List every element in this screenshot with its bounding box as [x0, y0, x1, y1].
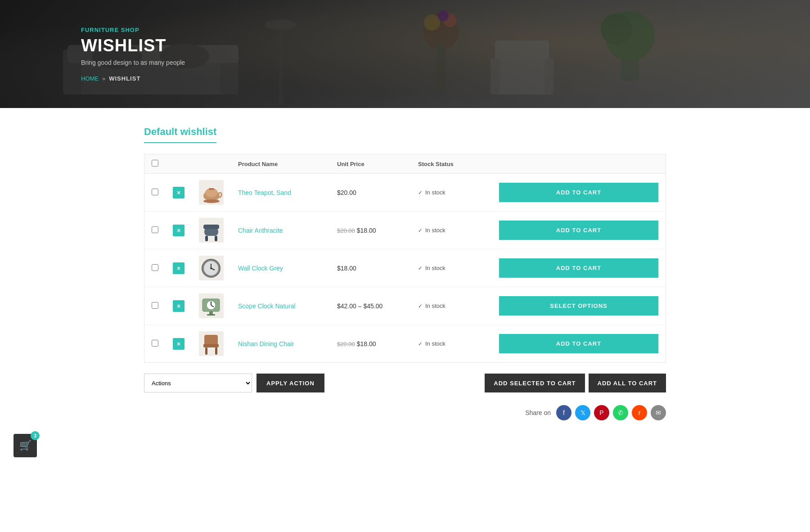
hero-section: FURNITURE SHOP WISHLIST Bring good desig… [0, 0, 810, 108]
product-link-5[interactable]: Nishan Dining Chair [238, 340, 294, 347]
svg-rect-40 [205, 347, 207, 355]
remove-item-button-1[interactable]: × [173, 187, 184, 198]
row-remove-cell: × [166, 325, 192, 363]
stock-status-1: ✓ In stock [418, 189, 485, 196]
add-to-cart-button-3[interactable]: ADD TO CART [499, 258, 658, 278]
hero-subtitle: Bring good design to as many people [81, 59, 185, 66]
remove-item-button-4[interactable]: × [173, 300, 184, 312]
select-options-button-4[interactable]: SELECT OPTIONS [499, 296, 658, 316]
add-to-cart-button-2[interactable]: ADD TO CART [499, 221, 658, 240]
price-regular: $20.00 [337, 189, 356, 196]
row-image-cell [192, 325, 231, 363]
share-reddit-button[interactable]: r [632, 405, 647, 420]
bottom-actions: Actions Move to another wishlist Remove … [144, 374, 666, 392]
checkmark-icon: ✓ [418, 189, 423, 196]
select-all-checkbox[interactable] [152, 160, 158, 167]
apply-action-button[interactable]: APPLY ACTION [256, 374, 324, 392]
remove-item-button-3[interactable]: × [173, 262, 184, 274]
actions-dropdown[interactable]: Actions Move to another wishlist Remove … [144, 374, 252, 392]
svg-rect-21 [209, 188, 214, 190]
add-all-to-cart-button[interactable]: ADD ALL TO CART [589, 374, 666, 392]
product-image-3 [199, 256, 224, 280]
row-checkbox-5[interactable] [152, 340, 158, 347]
header-checkbox-col [144, 154, 166, 174]
row-price-cell: $42.00 – $45.00 [330, 287, 411, 325]
share-twitter-button[interactable]: 𝕏 [575, 405, 590, 420]
twitter-icon: 𝕏 [580, 409, 585, 416]
svg-rect-24 [203, 225, 219, 229]
cart-count-badge: 3 [31, 431, 40, 440]
reddit-icon: r [639, 409, 641, 416]
row-checkbox-4[interactable] [152, 302, 158, 309]
svg-point-31 [210, 267, 212, 269]
row-image-cell [192, 287, 231, 325]
row-checkbox-1[interactable] [152, 189, 158, 195]
product-link-1[interactable]: Theo Teapot, Sand [238, 189, 291, 196]
price-old: $20.00 [337, 227, 355, 234]
cart-badge[interactable]: 🛒 3 [14, 434, 37, 457]
breadcrumb: HOME » WISHLIST [81, 75, 185, 82]
table-row: × Nishan Dining Chair $20.00$18.00 ✓ In … [144, 325, 666, 363]
svg-rect-25 [205, 236, 208, 241]
product-link-2[interactable]: Chair Anthracite [238, 227, 283, 234]
price-range: $42.00 – $45.00 [337, 302, 382, 310]
row-action-cell: ADD TO CART [492, 325, 666, 363]
row-image-cell [192, 174, 231, 212]
product-link-3[interactable]: Wall Clock Grey [238, 265, 283, 272]
svg-rect-41 [215, 347, 217, 355]
row-checkbox-3[interactable] [152, 264, 158, 271]
stock-status-3: ✓ In stock [418, 265, 485, 271]
stock-status-4: ✓ In stock [418, 302, 485, 309]
email-icon: ✉ [656, 409, 661, 416]
remove-item-button-5[interactable]: × [173, 338, 184, 350]
bottom-left-actions: Actions Move to another wishlist Remove … [144, 374, 324, 392]
row-checkbox-cell [144, 174, 166, 212]
pinterest-icon: P [599, 409, 603, 416]
header-action-col [492, 154, 666, 174]
row-image-cell [192, 249, 231, 287]
breadcrumb-separator: » [102, 75, 105, 82]
row-checkbox-cell [144, 287, 166, 325]
product-image-5 [199, 331, 224, 356]
whatsapp-icon: ✆ [618, 409, 623, 416]
share-whatsapp-button[interactable]: ✆ [613, 405, 628, 420]
hero-content: FURNITURE SHOP WISHLIST Bring good desig… [0, 27, 266, 82]
row-name-cell: Nishan Dining Chair [231, 325, 330, 363]
row-price-cell: $18.00 [330, 249, 411, 287]
row-checkbox-cell [144, 212, 166, 249]
header-remove-col [166, 154, 192, 174]
row-action-cell: ADD TO CART [492, 174, 666, 212]
row-checkbox-cell [144, 249, 166, 287]
breadcrumb-home-link[interactable]: HOME [81, 75, 99, 82]
product-image-1 [199, 180, 224, 205]
product-image-2 [199, 218, 224, 243]
row-name-cell: Scope Clock Natural [231, 287, 330, 325]
row-stock-cell: ✓ In stock [411, 325, 492, 363]
svg-rect-26 [215, 236, 217, 241]
price-old: $20.00 [337, 341, 355, 347]
share-pinterest-button[interactable]: P [594, 405, 609, 420]
checkmark-icon: ✓ [418, 341, 423, 347]
price-regular: $18.00 [337, 265, 356, 272]
checkmark-icon: ✓ [418, 265, 423, 271]
row-checkbox-2[interactable] [152, 226, 158, 233]
remove-item-button-2[interactable]: × [173, 225, 184, 236]
svg-rect-39 [203, 344, 219, 347]
add-to-cart-button-1[interactable]: ADD TO CART [499, 183, 658, 202]
add-selected-to-cart-button[interactable]: ADD SELECTED TO CART [485, 374, 585, 392]
row-action-cell: SELECT OPTIONS [492, 287, 666, 325]
share-email-button[interactable]: ✉ [651, 405, 666, 420]
svg-rect-38 [204, 335, 218, 345]
price-sale: $18.00 [357, 340, 376, 347]
row-remove-cell: × [166, 174, 192, 212]
share-label: Share on [525, 409, 551, 416]
row-remove-cell: × [166, 287, 192, 325]
table-row: × Chair Anthracite $20.00$18.00 ✓ In sto… [144, 212, 666, 249]
product-link-4[interactable]: Scope Clock Natural [238, 302, 296, 310]
add-to-cart-button-5[interactable]: ADD TO CART [499, 334, 658, 353]
table-header-row: Product Name Unit Price Stock Status [144, 154, 666, 174]
share-facebook-button[interactable]: f [556, 405, 572, 420]
row-stock-cell: ✓ In stock [411, 212, 492, 249]
row-stock-cell: ✓ In stock [411, 249, 492, 287]
svg-rect-36 [209, 311, 213, 314]
